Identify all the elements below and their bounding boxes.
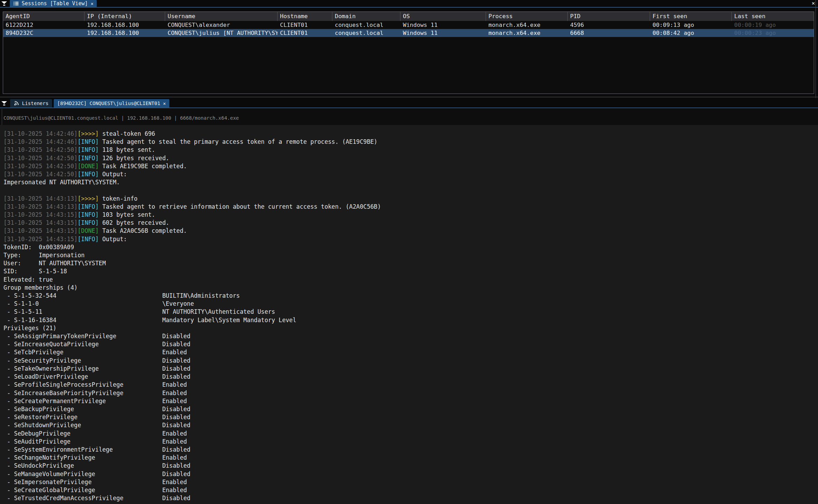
console-line: - SeCreatePermanentPrivilege Enabled <box>3 397 818 405</box>
column-header-first-seen[interactable]: First seen <box>650 12 732 21</box>
console-line: - S-1-16-16384 Mandatory Label\System Ma… <box>3 316 818 324</box>
table-header-row: AgentIDIP (Internal)UsernameHostnameDoma… <box>3 12 814 21</box>
console-line <box>3 186 818 194</box>
tab-label: Listeners <box>22 101 49 106</box>
cell: 00:00:23 ago <box>732 29 814 37</box>
console-line: - SeTakeOwnershipPrivilege Disabled <box>3 365 818 373</box>
console-line: Elevated: true <box>3 276 818 284</box>
cell: 00:00:19 ago <box>732 21 814 29</box>
column-header-pid[interactable]: PID <box>568 12 650 21</box>
cell: 6668 <box>568 29 650 37</box>
console-line: [31-10-2025 14:42:46][>>>>] steal-token … <box>3 130 818 138</box>
console-tabbar: Listeners [894D232C] CONQUEST\julius@CLI… <box>0 99 818 108</box>
console-line: Impersonated NT AUTHORITY\SYSTEM. <box>3 178 818 186</box>
console-line: - SeIncreaseBasePriorityPrivilege Enable… <box>3 389 818 397</box>
column-header-domain[interactable]: Domain <box>332 12 400 21</box>
cell: 4596 <box>568 21 650 29</box>
tab-listeners[interactable]: Listeners <box>10 99 52 108</box>
console-line: - SeTrustedCredManAccessPrivilege Disabl… <box>3 494 818 502</box>
console-output[interactable]: [31-10-2025 14:42:46][>>>>] steal-token … <box>0 125 818 504</box>
cell: monarch.x64.exe <box>486 21 568 29</box>
console-line: [31-10-2025 14:43:13][>>>>] token-info <box>3 195 818 203</box>
console-line: [31-10-2025 14:42:46][INFO] Tasked agent… <box>3 138 818 146</box>
close-icon[interactable]: ✕ <box>163 101 166 106</box>
console-line: SID: S-1-5-18 <box>3 267 818 275</box>
dock-splitter[interactable] <box>0 97 818 97</box>
funnel-icon <box>1 1 7 6</box>
console-line: Type: Impersonation <box>3 251 818 259</box>
cell: 894D232C <box>3 29 84 37</box>
console-line: [31-10-2025 14:42:50][INFO] 118 bytes se… <box>3 146 818 154</box>
cell: Windows 11 <box>400 21 486 29</box>
console-line: Privileges (21) <box>3 324 818 332</box>
session-info-line: CONQUEST\julius@CLIENT01.conquest.local … <box>3 115 239 121</box>
column-header-ip-internal-[interactable]: IP (Internal) <box>84 12 165 21</box>
cell: CLIENT01 <box>278 29 332 37</box>
console-line: - S-1-5-32-544 BUILTIN\Administrators <box>3 292 818 300</box>
column-header-agentid[interactable]: AgentID <box>3 12 84 21</box>
session-row-6122D212[interactable]: 6122D212192.168.168.100CONQUEST\alexande… <box>3 21 814 29</box>
table-view-icon <box>13 1 19 6</box>
console-line: TokenID: 0x00389A09 <box>3 243 818 251</box>
console-line: - SeShutdownPrivilege Disabled <box>3 421 818 429</box>
console-line: [31-10-2025 14:43:13][INFO] Tasked agent… <box>3 203 818 211</box>
console-line: - SeIncreaseQuotaPrivilege Disabled <box>3 340 818 348</box>
dock-right-edge <box>816 0 816 98</box>
column-header-os[interactable]: OS <box>400 12 486 21</box>
console-line: User: NT AUTHORITY\SYSTEM <box>3 259 818 267</box>
filter-button[interactable] <box>0 99 8 108</box>
cell: 6122D212 <box>3 21 84 29</box>
console-line: [31-10-2025 14:43:15][INFO] Output: <box>3 235 818 243</box>
close-icon[interactable]: ✕ <box>91 1 94 6</box>
console-line: - S-1-1-0 \Everyone <box>3 300 818 308</box>
sessions-table: AgentIDIP (Internal)UsernameHostnameDoma… <box>3 12 814 94</box>
console-line: [31-10-2025 14:42:50][DONE] Task AE19C9B… <box>3 162 818 170</box>
column-header-username[interactable]: Username <box>165 12 278 21</box>
cell: CONQUEST\julius [NT AUTHORITY\SYSTEM] <box>165 29 278 37</box>
cell: 00:09:13 ago <box>650 21 732 29</box>
cell: 192.168.168.100 <box>84 29 165 37</box>
console-line: - SeBackupPrivilege Disabled <box>3 405 818 413</box>
console-line: - SeAuditPrivilege Enabled <box>3 438 818 446</box>
sessions-tabbar: Sessions [Table View] ✕ <box>0 0 818 7</box>
tabbar-underline <box>0 7 818 8</box>
tab-label: Sessions [Table View] <box>22 0 88 7</box>
cell: 192.168.168.100 <box>84 21 165 29</box>
cell: CLIENT01 <box>278 21 332 29</box>
cell: monarch.x64.exe <box>486 29 568 37</box>
console-line: Group memberships (4) <box>3 284 818 292</box>
console-line: - SeImpersonatePrivilege Enabled <box>3 478 818 486</box>
console-line: - SeChangeNotifyPrivilege Enabled <box>3 454 818 462</box>
tab-sessions-table-view[interactable]: Sessions [Table View] ✕ <box>10 0 97 7</box>
console-line: - SeProfileSingleProcessPrivilege Enable… <box>3 381 818 389</box>
funnel-icon <box>1 101 7 106</box>
console-line: [31-10-2025 14:43:15][INFO] 602 bytes re… <box>3 219 818 227</box>
cell: Windows 11 <box>400 29 486 37</box>
console-line: - SeLoadDriverPrivilege Disabled <box>3 373 818 381</box>
console-line: - SeRestorePrivilege Disabled <box>3 413 818 421</box>
window-close-icon[interactable]: ✕ <box>812 1 815 6</box>
cell: conquest.local <box>332 29 400 37</box>
console-line: - SeCreateGlobalPrivilege Enabled <box>3 486 818 494</box>
cell: CONQUEST\alexander <box>165 21 278 29</box>
tab-label: [894D232C] CONQUEST\julius@CLIENT01 <box>57 101 160 106</box>
table-body: 6122D212192.168.168.100CONQUEST\alexande… <box>3 21 814 37</box>
column-header-last-seen[interactable]: Last seen <box>732 12 814 21</box>
listener-antenna-icon <box>14 101 19 106</box>
console-line: - SeSystemEnvironmentPrivilege Disabled <box>3 446 818 454</box>
console-line: - SeAssignPrimaryTokenPrivilege Disabled <box>3 332 818 340</box>
console-line: - SeDebugPrivilege Enabled <box>3 430 818 438</box>
column-header-process[interactable]: Process <box>486 12 568 21</box>
cell: conquest.local <box>332 21 400 29</box>
console-line: - SeManageVolumePrivilege Disabled <box>3 470 818 478</box>
cell: 00:08:42 ago <box>650 29 732 37</box>
console-line: [31-10-2025 14:43:15][DONE] Task A2A0C56… <box>3 227 818 235</box>
console-line: - SeSecurityPrivilege Disabled <box>3 357 818 365</box>
column-header-hostname[interactable]: Hostname <box>278 12 332 21</box>
tab-agent-session[interactable]: [894D232C] CONQUEST\julius@CLIENT01 ✕ <box>54 99 169 108</box>
filter-button[interactable] <box>0 0 8 7</box>
session-row-894D232C[interactable]: 894D232C192.168.168.100CONQUEST\julius [… <box>3 29 814 37</box>
console-line: [31-10-2025 14:43:15][INFO] 103 bytes se… <box>3 211 818 219</box>
console-line: [31-10-2025 14:42:50][INFO] Output: <box>3 170 818 178</box>
console-line: - S-1-5-11 NT AUTHORITY\Authenticated Us… <box>3 308 818 316</box>
